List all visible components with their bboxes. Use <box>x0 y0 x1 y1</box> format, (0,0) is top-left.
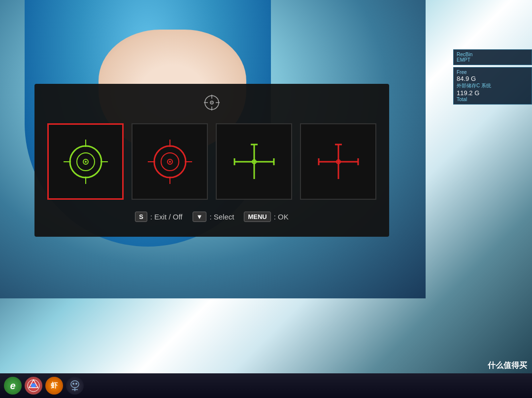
total-label: Total <box>457 97 529 102</box>
crosshair-option-3[interactable] <box>216 123 292 200</box>
exit-label: : Exit / Off <box>150 213 183 221</box>
crosshair-option-1[interactable] <box>47 123 124 200</box>
free-label: Free <box>457 70 529 75</box>
svg-point-10 <box>85 161 87 163</box>
svg-point-41 <box>75 383 77 385</box>
ok-key-badge: MENU <box>244 212 270 222</box>
storage-label: 外部储存C 系统 <box>457 82 529 89</box>
nav-label: : Select <box>209 213 234 221</box>
svg-point-18 <box>169 161 171 163</box>
recbin-status: EMPT <box>457 57 529 63</box>
watermark-text: 什么值得买 <box>488 361 527 369</box>
taskbar-alienware-icon[interactable] <box>66 377 84 395</box>
svg-point-39 <box>71 381 79 388</box>
taskbar-chrome-icon[interactable] <box>25 377 42 395</box>
right-hud-panel: RecBin EMPT Free 84.9 G 外部储存C 系统 119.2 G… <box>453 49 532 107</box>
nav-key-badge: ▼ <box>193 212 207 222</box>
exit-key-group: S : Exit / Off <box>135 212 182 222</box>
svg-point-36 <box>337 161 339 162</box>
exit-key-badge: S <box>135 212 147 222</box>
recbin-panel: RecBin EMPT <box>453 49 532 65</box>
free-value: 84.9 G <box>457 75 529 82</box>
svg-point-6 <box>211 102 212 103</box>
crosshair-options-row <box>47 123 376 200</box>
free-space-panel: Free 84.9 G 外部储存C 系统 119.2 G Total <box>453 67 532 105</box>
taskbar: e 虾 <box>0 373 532 398</box>
watermark: 什么值得买 <box>488 361 527 371</box>
svg-point-40 <box>72 383 74 385</box>
osd-crosshair-panel: S : Exit / Off ▼ : Select MENU : OK <box>34 84 389 237</box>
osd-footer: S : Exit / Off ▼ : Select MENU : OK <box>135 212 288 222</box>
nav-key-group: ▼ : Select <box>193 212 234 222</box>
taskbar-ie-icon[interactable]: e <box>4 377 22 395</box>
crosshair-option-4[interactable] <box>300 123 376 200</box>
total-value: 119.2 G <box>457 89 529 97</box>
crosshair-option-2[interactable] <box>132 123 208 200</box>
ok-key-group: MENU : OK <box>244 212 288 222</box>
ok-label: : OK <box>274 213 289 221</box>
svg-point-29 <box>253 161 255 162</box>
osd-top-crosshair-icon <box>203 94 221 113</box>
recbin-title: RecBin <box>457 52 529 57</box>
taskbar-shrimp-icon[interactable]: 虾 <box>45 377 63 395</box>
